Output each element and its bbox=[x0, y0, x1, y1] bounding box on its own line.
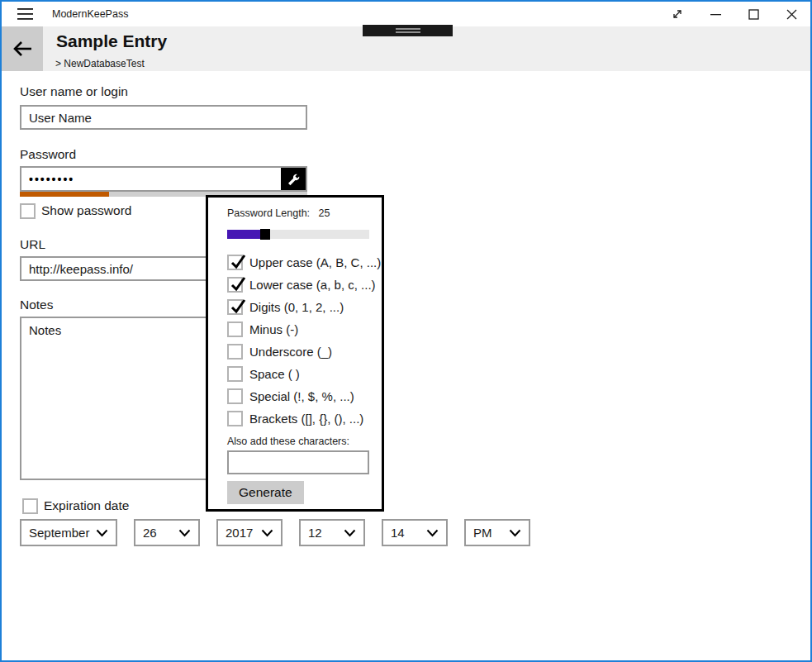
hamburger-icon bbox=[17, 8, 33, 21]
commandbar-grabber[interactable] bbox=[363, 25, 453, 36]
username-input[interactable] bbox=[20, 105, 307, 130]
chevron-down-icon bbox=[509, 529, 521, 537]
option-box bbox=[227, 255, 243, 270]
close-icon bbox=[786, 9, 797, 20]
day-select[interactable]: 26 bbox=[134, 519, 200, 546]
generator-option[interactable]: Underscore (_) bbox=[227, 341, 369, 363]
checkmark-icon bbox=[230, 299, 245, 315]
chevron-down-icon bbox=[426, 529, 439, 537]
window-controls bbox=[658, 2, 810, 26]
chevron-down-icon bbox=[178, 529, 191, 537]
generator-option[interactable]: Digits (0, 1, 2, ...) bbox=[227, 296, 369, 318]
password-masked-value: •••••••• bbox=[29, 173, 74, 186]
ampm-select[interactable]: PM bbox=[464, 519, 530, 546]
grabber-icon bbox=[396, 28, 420, 33]
option-box bbox=[227, 299, 243, 315]
app-title: ModernKeePass bbox=[52, 8, 128, 20]
wrench-icon bbox=[286, 172, 301, 187]
show-password-box bbox=[20, 203, 36, 219]
year-select[interactable]: 2017 bbox=[216, 519, 283, 546]
option-box bbox=[227, 366, 243, 382]
modernkeepass-window: { "window": { "title": "ModernKeePass" }… bbox=[0, 0, 812, 662]
option-box bbox=[227, 321, 243, 337]
password-generator-button[interactable] bbox=[281, 168, 306, 190]
slider-fill bbox=[227, 230, 260, 239]
generator-option[interactable]: Upper case (A, B, C, ...) bbox=[227, 251, 369, 274]
show-password-label: Show password bbox=[41, 203, 131, 218]
generator-option[interactable]: Special (!, $, %, ...) bbox=[227, 385, 369, 407]
generator-option[interactable]: Space ( ) bbox=[227, 363, 369, 385]
close-button[interactable] bbox=[772, 2, 810, 26]
option-box bbox=[227, 344, 243, 360]
checkmark-icon bbox=[230, 277, 245, 293]
expiration-date-row: September 26 2017 12 14 PM bbox=[20, 519, 598, 546]
expiration-box bbox=[22, 498, 38, 514]
generator-option[interactable]: Minus (-) bbox=[227, 318, 369, 341]
expiration-label: Expiration date bbox=[44, 498, 129, 513]
minimize-icon bbox=[710, 9, 721, 20]
password-strength-fill bbox=[20, 192, 109, 197]
username-label: User name or login bbox=[20, 84, 307, 99]
slider-thumb[interactable] bbox=[260, 229, 270, 240]
month-select[interactable]: September bbox=[20, 519, 117, 546]
minute-select[interactable]: 14 bbox=[382, 519, 448, 546]
chevron-down-icon bbox=[344, 529, 356, 537]
chevron-down-icon bbox=[261, 529, 273, 537]
checkmark-icon bbox=[230, 255, 245, 270]
maximize-button[interactable] bbox=[734, 2, 772, 26]
password-generator-popup: Password Length: 25 Upper case (A, B, C,… bbox=[206, 195, 384, 512]
hour-select[interactable]: 12 bbox=[299, 519, 365, 546]
minimize-button[interactable] bbox=[696, 2, 734, 26]
back-button[interactable] bbox=[2, 26, 43, 71]
generator-option[interactable]: Lower case (a, b, c, ...) bbox=[227, 274, 369, 296]
generate-button[interactable]: Generate bbox=[227, 481, 304, 504]
password-length-line: Password Length: 25 bbox=[227, 207, 369, 219]
password-input[interactable]: •••••••• bbox=[20, 166, 307, 192]
password-length-slider[interactable] bbox=[227, 230, 369, 239]
maximize-icon bbox=[748, 9, 759, 20]
chevron-down-icon bbox=[96, 529, 108, 537]
hamburger-menu-button[interactable] bbox=[11, 4, 39, 25]
back-icon bbox=[12, 40, 33, 58]
option-box bbox=[227, 411, 243, 426]
also-add-label: Also add these characters: bbox=[227, 436, 369, 447]
fullscreen-button[interactable] bbox=[658, 2, 696, 26]
also-add-input[interactable] bbox=[227, 450, 369, 474]
breadcrumb: > NewDatabaseTest bbox=[55, 58, 145, 69]
option-box bbox=[227, 388, 243, 404]
password-length-label: Password Length: bbox=[227, 207, 310, 219]
generator-option[interactable]: Brackets ([], {}, (), ...) bbox=[227, 407, 369, 430]
option-box bbox=[227, 277, 243, 293]
titlebar: ModernKeePass bbox=[2, 2, 810, 26]
page-title: Sample Entry bbox=[56, 31, 167, 51]
fullscreen-icon bbox=[672, 8, 683, 20]
password-label: Password bbox=[20, 147, 307, 162]
password-length-value: 25 bbox=[319, 207, 330, 219]
generator-options: Upper case (A, B, C, ...) Lower case (a,… bbox=[227, 251, 369, 430]
